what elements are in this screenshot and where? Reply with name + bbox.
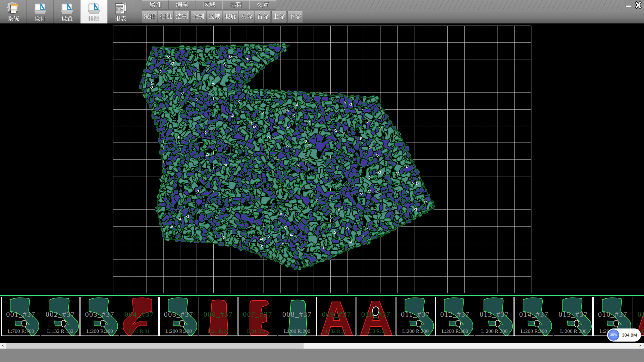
menu-tab-label — [230, 2, 242, 9]
part-thumbnail[interactable]: 002_#37 L:132 R:132 — [41, 297, 80, 336]
part-id-label: 005_#37 — [160, 310, 198, 319]
part-thumbnail[interactable]: 014_#37 L:200 R:200 — [514, 297, 553, 336]
close-button[interactable] — [634, 0, 643, 10]
tool-button-cut-all[interactable] — [191, 11, 206, 23]
nesting-canvas[interactable] — [0, 23, 644, 295]
tool-button-label — [273, 13, 285, 20]
tool-button-label — [240, 13, 253, 20]
tool-button-snap-left[interactable] — [239, 11, 254, 23]
part-lr-label: L:200 R:200 — [278, 328, 316, 334]
main-tab-report[interactable] — [107, 0, 134, 23]
title-bar — [134, 0, 644, 10]
tool-button-defect[interactable] — [223, 11, 238, 23]
tool-button-snap-up[interactable] — [271, 11, 287, 23]
part-lr-label: L:700 R:700 — [2, 328, 40, 334]
menu-tab-properties[interactable] — [142, 0, 169, 10]
nest-layout-svg — [0, 23, 644, 295]
toolbar — [0, 0, 644, 23]
cjk-text-svg — [8, 16, 19, 22]
menu-tab-edit[interactable] — [169, 0, 196, 10]
part-thumbnail[interactable]: 003_#37 L:200 R:200 — [80, 297, 119, 336]
cjk-text-svg — [224, 13, 236, 20]
tool-button-row — [134, 10, 644, 23]
cjk-text-svg — [149, 2, 162, 9]
part-thumbnail[interactable]: 011_#37 L:200 R:200 — [396, 297, 435, 336]
part-lr-label: L:200 R:200 — [475, 328, 514, 334]
tool-buttons — [142, 11, 304, 23]
cjk-text-svg — [35, 16, 46, 22]
part-id-label: 010_#37 — [357, 310, 395, 319]
menu-tab-region[interactable] — [196, 0, 222, 10]
part-thumbnail[interactable]: 007_#37 L:31 R:31 — [238, 297, 277, 336]
part-id-label: 017_#37 — [633, 310, 644, 319]
tool-button-label — [289, 13, 301, 20]
titlebar-hatch-texture — [277, 0, 622, 10]
main-tab-design[interactable] — [27, 0, 54, 23]
part-thumbnail[interactable]: 012_#37 L:200 R:200 — [435, 297, 474, 336]
part-id-label: 012_#37 — [436, 310, 474, 319]
part-thumbnail[interactable]: 015_#37 L:200 R:200 — [554, 297, 593, 336]
cjk-text-svg — [192, 13, 204, 20]
menu-tab-interaction[interactable] — [249, 0, 276, 10]
part-thumbnail[interactable]: 013_#37 L:200 R:200 — [475, 297, 514, 336]
part-id-label: 007_#37 — [238, 310, 277, 319]
tool-button-select-cut[interactable] — [174, 11, 190, 23]
scroll-left-arrow[interactable]: ‹ — [0, 343, 6, 349]
part-thumbnail[interactable]: 001_#37 L:700 R:700 — [1, 297, 40, 336]
part-thumbnail[interactable]: 008_#37 L:200 R:200 — [278, 297, 317, 336]
cjk-text-svg — [160, 13, 172, 20]
tool-button-snap-right[interactable] — [255, 11, 270, 23]
cjk-text-svg — [289, 13, 301, 20]
drafting-triangle-icon — [87, 1, 101, 15]
part-lr-label: L:31 R:31 — [238, 328, 277, 334]
part-lr-label: L:200 R:200 — [80, 328, 119, 334]
cjk-text-svg — [230, 2, 242, 9]
part-id-label: 003_#37 — [80, 310, 119, 319]
main-tab-label — [88, 16, 100, 22]
part-lr-label: L:132 R:132 — [41, 328, 79, 334]
tool-button-label — [160, 13, 172, 20]
tool-button-label — [257, 13, 269, 20]
menu-tab-label — [257, 2, 269, 9]
part-id-label: 015_#37 — [554, 310, 592, 319]
memory-status-pill: 38% 384.8M — [607, 328, 641, 342]
part-id-label: 011_#37 — [396, 310, 435, 319]
part-id-label: 001_#37 — [2, 310, 40, 319]
horizontal-scrollbar[interactable]: ‹ › — [0, 343, 644, 349]
part-thumbnail[interactable]: 009_#37 L:32 R:31 — [317, 297, 356, 336]
menu-tab-label — [149, 2, 162, 9]
part-id-label: 004_#37 — [120, 310, 158, 319]
part-id-label: 016_#37 — [594, 310, 632, 319]
tool-button-camera[interactable] — [158, 11, 173, 23]
part-thumbnail[interactable]: 006_#37 L:21 R:21 — [199, 297, 237, 336]
part-lr-label: L:31 R:31 — [120, 328, 158, 334]
menu-tab-nesting[interactable] — [222, 0, 249, 10]
cjk-text-svg — [176, 2, 189, 9]
menu-tab-bar — [142, 0, 276, 10]
part-lr-label: L:200 R:200 — [515, 328, 553, 334]
part-thumbnail[interactable]: 010_#37 L:33 R:33 — [357, 297, 395, 336]
close-icon — [634, 1, 643, 9]
cjk-text-svg — [257, 13, 269, 20]
part-lr-label: L:200 R:200 — [160, 328, 198, 334]
part-lr-label: L:200 R:200 — [554, 328, 592, 334]
cjk-text-svg — [273, 13, 285, 20]
main-tab-system[interactable] — [0, 0, 27, 23]
scrollbar-thumb[interactable] — [6, 343, 304, 349]
window-buttons — [624, 0, 643, 10]
tool-button-cluster-nest[interactable] — [142, 11, 157, 23]
main-tab-settings[interactable] — [54, 0, 80, 23]
tool-button-region[interactable] — [207, 11, 222, 23]
part-id-label: 002_#37 — [41, 310, 79, 319]
minimize-button[interactable] — [624, 0, 633, 10]
drafting-triangle-icon — [87, 1, 101, 15]
memory-value: 384.8M — [622, 328, 637, 342]
part-thumbnail[interactable]: 005_#37 L:200 R:200 — [159, 297, 198, 336]
tool-button-snap-down[interactable] — [287, 11, 303, 23]
cjk-text-svg — [208, 13, 220, 20]
progress-badge: 38% — [608, 329, 619, 341]
part-thumbnail[interactable]: 004_#37 L:31 R:31 — [120, 297, 159, 336]
scroll-right-arrow[interactable]: › — [636, 343, 644, 349]
main-tab-layout[interactable] — [80, 0, 107, 23]
part-lr-label: L:32 R:31 — [317, 328, 356, 334]
